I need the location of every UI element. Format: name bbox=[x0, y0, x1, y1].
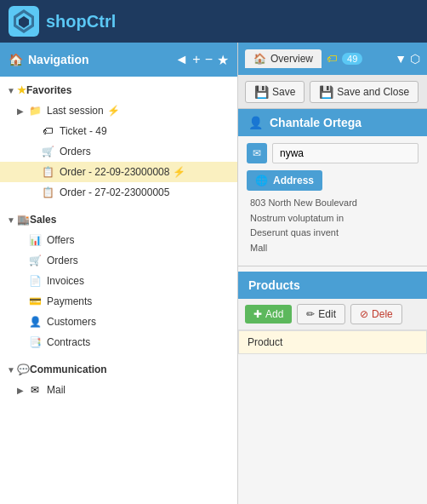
sidebar-title: Navigation bbox=[28, 53, 89, 66]
sidebar-add-icon[interactable]: + bbox=[192, 52, 200, 67]
ticket-label: Ticket - 49 bbox=[60, 125, 107, 137]
logo: shopCtrl bbox=[9, 6, 116, 37]
sidebar-minus-icon[interactable]: − bbox=[205, 52, 213, 67]
sidebar-item-payments[interactable]: 💳 Payments bbox=[0, 291, 237, 312]
save-button[interactable]: 💾 Save bbox=[245, 81, 305, 103]
products-section-header: Products bbox=[238, 272, 427, 299]
nav-home-icon: 🏠 bbox=[9, 53, 23, 66]
tab-overview-label: Overview bbox=[270, 53, 313, 65]
address-line-4: Mall bbox=[250, 241, 415, 256]
communication-header[interactable]: ▼ 💬 Communication bbox=[0, 359, 237, 380]
sidebar-actions[interactable]: ◄ + − ★ bbox=[174, 52, 229, 68]
save-icon: 💾 bbox=[254, 85, 269, 99]
mail-label: Mail bbox=[47, 384, 65, 396]
sales-header[interactable]: ▼ 🏬 Sales bbox=[0, 209, 237, 230]
address-globe-icon: 🌐 bbox=[255, 175, 268, 186]
sidebar-item-ticket[interactable]: 🏷 Ticket - 49 bbox=[0, 121, 237, 141]
sidebar-item-mail[interactable]: ▶ ✉ Mail bbox=[0, 380, 237, 400]
add-product-button[interactable]: ✚ Add bbox=[245, 305, 292, 324]
favorites-label: Favorites bbox=[26, 84, 71, 96]
products-table: Product bbox=[238, 330, 427, 354]
person-icon: 👤 bbox=[248, 116, 263, 129]
tag-icon: 🏷 bbox=[327, 53, 337, 65]
last-session-arrow: ▶ bbox=[17, 106, 27, 116]
sales-icon: 🏬 bbox=[17, 214, 30, 226]
second-order-icon: 📋 bbox=[40, 185, 55, 200]
tab-expand-icon[interactable]: ⬡ bbox=[410, 52, 420, 66]
invoices-icon: 📄 bbox=[27, 273, 43, 289]
save-label: Save bbox=[272, 86, 295, 98]
orders-fav-label: Orders bbox=[60, 146, 91, 158]
delete-icon: ⊘ bbox=[360, 308, 368, 320]
tag-count: 49 bbox=[342, 53, 362, 65]
products-toolbar: ✚ Add ✏ Edit ⊘ Dele bbox=[238, 299, 427, 330]
app-header: shopCtrl bbox=[0, 0, 427, 43]
sidebar-back-icon[interactable]: ◄ bbox=[174, 52, 188, 67]
address-line-2: Nostrum voluptatum in bbox=[250, 211, 415, 226]
sidebar-item-orders[interactable]: 🛒 Orders bbox=[0, 250, 237, 271]
contracts-icon: 📑 bbox=[27, 335, 43, 350]
sales-arrow: ▼ bbox=[7, 215, 17, 225]
add-label: Add bbox=[265, 308, 283, 320]
favorites-arrow: ▼ bbox=[7, 86, 17, 95]
sidebar-item-second-order[interactable]: 📋 Order - 27-02-23000005 bbox=[0, 182, 237, 203]
edit-icon: ✏ bbox=[306, 308, 315, 320]
sales-label: Sales bbox=[30, 214, 56, 226]
product-column-header: Product bbox=[239, 331, 427, 354]
edit-label: Edit bbox=[318, 308, 336, 320]
edit-product-button[interactable]: ✏ Edit bbox=[297, 304, 345, 324]
mail-icon: ✉ bbox=[27, 382, 43, 398]
save-close-icon: 💾 bbox=[319, 85, 333, 99]
sidebar: 🏠 Navigation ◄ + − ★ ▼ ★ Favorites ▶ 📁 L… bbox=[0, 43, 238, 504]
save-close-label: Save and Close bbox=[337, 86, 409, 98]
app-title: shopCtrl bbox=[46, 12, 116, 32]
right-panel: 🏠 Overview 🏷 49 ▼ ⬡ 💾 Save 💾 Save and Cl… bbox=[238, 43, 427, 504]
person-name: Chantale Ortega bbox=[270, 116, 362, 129]
delete-product-button[interactable]: ⊘ Dele bbox=[350, 304, 402, 324]
person-header: 👤 Chantale Ortega bbox=[238, 109, 427, 136]
sidebar-item-last-session[interactable]: ▶ 📁 Last session ⚡ bbox=[0, 100, 237, 121]
sidebar-header: 🏠 Navigation ◄ + − ★ bbox=[0, 43, 237, 77]
sidebar-star-icon[interactable]: ★ bbox=[217, 52, 229, 68]
email-input[interactable] bbox=[272, 143, 418, 163]
address-line-1: 803 North New Boulevard bbox=[250, 196, 415, 211]
communication-section: ▼ 💬 Communication ▶ ✉ Mail bbox=[0, 356, 237, 404]
tab-overview[interactable]: 🏠 Overview bbox=[245, 49, 322, 68]
second-order-label: Order - 27-02-23000005 bbox=[60, 186, 169, 198]
orders-icon: 🛒 bbox=[27, 253, 43, 268]
address-header-button[interactable]: 🌐 Address bbox=[247, 170, 322, 191]
communication-arrow: ▼ bbox=[7, 365, 17, 375]
sidebar-item-offers[interactable]: 📊 Offers bbox=[0, 230, 237, 250]
active-order-label: Order - 22-09-23000008 bbox=[60, 166, 169, 178]
mail-arrow: ▶ bbox=[17, 386, 27, 395]
email-field-row: ✉ bbox=[247, 143, 418, 163]
sidebar-item-customers[interactable]: 👤 Customers bbox=[0, 312, 237, 332]
tab-down-arrow-icon[interactable]: ▼ bbox=[395, 52, 407, 66]
sidebar-item-invoices[interactable]: 📄 Invoices bbox=[0, 271, 237, 291]
delete-label: Dele bbox=[372, 308, 393, 320]
sidebar-item-active-order[interactable]: 📋 Order - 22-09-23000008 ⚡ bbox=[0, 162, 237, 182]
content-area: 👤 Chantale Ortega ✉ 🌐 Address 803 North … bbox=[238, 109, 427, 354]
offers-label: Offers bbox=[47, 234, 74, 246]
toolbar: 💾 Save 💾 Save and Close bbox=[238, 75, 427, 109]
favorites-section: ▼ ★ Favorites ▶ 📁 Last session ⚡ 🏷 Ticke… bbox=[0, 77, 237, 206]
active-order-lightning-icon: ⚡ bbox=[173, 166, 185, 178]
products-label: Products bbox=[248, 278, 300, 292]
last-session-label: Last session bbox=[47, 105, 104, 117]
sidebar-item-contracts[interactable]: 📑 Contracts bbox=[0, 332, 237, 352]
save-close-button[interactable]: 💾 Save and Close bbox=[310, 81, 418, 103]
tabs-bar: 🏠 Overview 🏷 49 ▼ ⬡ bbox=[238, 43, 427, 75]
favorites-header[interactable]: ▼ ★ Favorites bbox=[0, 80, 237, 100]
overview-home-icon: 🏠 bbox=[253, 53, 266, 65]
email-icon: ✉ bbox=[247, 143, 267, 163]
sales-section: ▼ 🏬 Sales 📊 Offers 🛒 Orders 📄 Invoices bbox=[0, 206, 237, 356]
active-order-icon: 📋 bbox=[40, 164, 55, 180]
orders-fav-icon: 🛒 bbox=[40, 144, 55, 159]
add-icon: ✚ bbox=[253, 308, 262, 320]
address-text: 803 North New Boulevard Nostrum voluptat… bbox=[247, 191, 418, 261]
sidebar-item-orders-fav[interactable]: 🛒 Orders bbox=[0, 141, 237, 162]
customers-icon: 👤 bbox=[27, 314, 43, 329]
address-line-3: Deserunt quas invent bbox=[250, 226, 415, 241]
logo-icon bbox=[9, 6, 39, 37]
communication-label: Communication bbox=[30, 364, 107, 375]
